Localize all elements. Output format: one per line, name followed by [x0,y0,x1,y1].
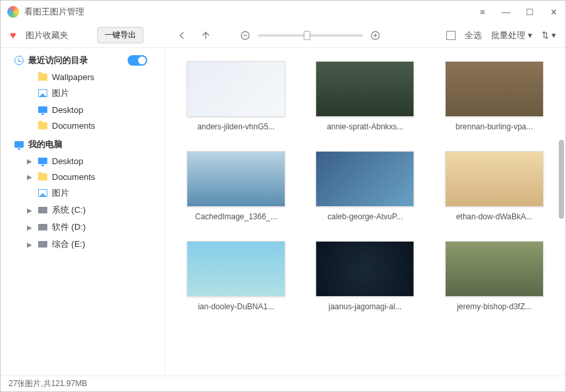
recent-toggle[interactable] [128,55,147,66]
sidebar-item-documents[interactable]: Documents [1,118,164,133]
disk-icon [37,222,48,232]
batch-dropdown[interactable]: 批量处理 ▾ [491,30,532,41]
tree-label: Desktop [52,156,83,166]
tree-label: Documents [52,121,95,131]
app-icon [7,6,19,18]
thumbnail-image[interactable] [316,241,414,297]
thumbnail-image[interactable] [316,151,414,207]
folder-icon [37,72,48,82]
thumbnail-label: ian-dooley-DuBNA1... [198,302,274,311]
clock-icon [14,55,24,66]
thumbnail-image[interactable] [316,61,414,117]
thumbnail-grid: anders-jilden-vhnG5...annie-spratt-Abnkx… [165,48,565,376]
sidebar-item-drive-d[interactable]: ▶ 软件 (D:) [1,219,164,236]
expand-icon[interactable]: ▶ [27,158,34,165]
sidebar: 最近访问的目录 Wallpapers 图片 Desktop D [1,48,165,376]
thumbnail-label: CachedImage_1366_... [195,212,277,221]
thumbnail-image[interactable] [187,61,285,117]
scrollbar-vertical[interactable] [559,140,564,219]
tree-label: 图片 [52,87,69,99]
tree-label: Documents [52,172,95,182]
sidebar-item-pictures[interactable]: 图片 [1,85,164,102]
up-button[interactable] [199,30,213,41]
tree-label: 软件 (D:) [52,221,85,233]
computer-label: 我的电脑 [28,139,62,150]
zoom-in-icon[interactable] [368,30,383,41]
sidebar-item-drive-c[interactable]: ▶ 系统 (C:) [1,202,164,219]
batch-label: 批量处理 [491,30,525,41]
thumbnail-item[interactable]: annie-spratt-Abnkxs... [314,61,416,131]
thumbnail-image[interactable] [187,241,285,297]
minimize-button[interactable]: — [501,7,511,17]
computer-section[interactable]: 我的电脑 [1,136,164,153]
slider-track[interactable] [258,34,363,37]
select-all-checkbox[interactable] [446,31,456,40]
tree-label: 系统 (C:) [52,204,85,216]
sidebar-item-pictures2[interactable]: 图片 [1,185,164,202]
monitor-icon [37,156,48,166]
statusbar: 27张图片,共121.97MB [1,376,565,391]
folder-icon [37,120,48,131]
zoom-slider[interactable] [238,30,383,41]
thumbnail-image[interactable] [445,241,544,297]
thumbnail-label: annie-spratt-Abnkxs... [327,122,404,131]
image-icon [37,88,48,98]
menu-button[interactable]: ≡ [477,7,488,17]
slider-thumb[interactable] [304,31,310,40]
toolbar: ♥ 图片收藏夹 一键导出 全选 批量处理 ▾ ⇅ ▾ [1,23,565,48]
thumbnail-item[interactable]: caleb-george-AtvuP... [314,151,416,221]
back-button[interactable] [175,30,189,41]
thumbnail-label: caleb-george-AtvuP... [327,212,403,221]
sidebar-item-drive-e[interactable]: ▶ 综合 (E:) [1,236,164,253]
disk-icon [37,205,48,215]
thumbnail-item[interactable]: ian-dooley-DuBNA1... [185,241,287,311]
thumbnail-item[interactable]: anders-jilden-vhnG5... [185,61,287,131]
image-icon [37,188,48,198]
expand-icon[interactable]: ▶ [27,241,34,248]
tree-label: Desktop [52,105,83,115]
folder-icon [37,171,48,182]
export-button[interactable]: 一键导出 [97,27,143,43]
thumbnail-item[interactable]: jeremy-bishop-d3fZ... [443,241,546,311]
thumbnail-image[interactable] [187,151,285,207]
select-all-label[interactable]: 全选 [465,30,482,41]
tree-label: Wallpapers [52,72,95,82]
thumbnail-item[interactable]: ethan-dow-dWaBkA... [443,151,546,221]
zoom-out-icon[interactable] [238,30,252,41]
window-title: 看图王图片管理 [24,6,84,18]
chevron-down-icon: ▾ [552,30,556,40]
sidebar-item-desktop2[interactable]: ▶ Desktop [1,153,164,169]
maximize-button[interactable]: ☐ [525,7,535,17]
thumbnail-label: ethan-dow-dWaBkA... [456,212,532,221]
thumbnail-item[interactable]: brennan-burling-vpa... [443,61,546,131]
thumbnail-label: jaanus-jagomagi-al... [329,302,402,311]
sidebar-item-desktop[interactable]: Desktop [1,102,164,118]
disk-icon [37,239,48,250]
thumbnail-label: anders-jilden-vhnG5... [197,122,275,131]
thumbnail-label: brennan-burling-vpa... [456,122,532,131]
recent-label: 最近访问的目录 [28,54,88,66]
tree-label: 图片 [52,187,69,199]
chevron-down-icon: ▾ [528,30,532,40]
expand-icon[interactable]: ▶ [27,224,34,231]
sidebar-item-documents2[interactable]: ▶ Documents [1,169,164,185]
sort-icon: ⇅ [542,30,549,40]
tree-label: 综合 (E:) [52,238,85,250]
monitor-icon [37,104,48,115]
thumbnail-item[interactable]: CachedImage_1366_... [185,151,287,221]
titlebar: 看图王图片管理 ≡ — ☐ ✕ [1,1,565,23]
thumbnail-image[interactable] [445,61,544,117]
favorites-label[interactable]: 图片收藏夹 [26,30,68,41]
expand-icon[interactable]: ▶ [27,173,34,181]
close-button[interactable]: ✕ [548,7,559,17]
monitor-icon [14,139,24,150]
thumbnail-label: jeremy-bishop-d3fZ... [457,302,531,311]
sidebar-item-wallpapers[interactable]: Wallpapers [1,69,164,85]
status-text: 27张图片,共121.97MB [9,378,87,389]
recent-section[interactable]: 最近访问的目录 [1,52,164,69]
thumbnail-image[interactable] [445,151,544,207]
sort-dropdown[interactable]: ⇅ ▾ [542,30,556,40]
expand-icon[interactable]: ▶ [27,207,34,214]
thumbnail-item[interactable]: jaanus-jagomagi-al... [314,241,416,311]
heart-icon: ♥ [10,30,16,41]
